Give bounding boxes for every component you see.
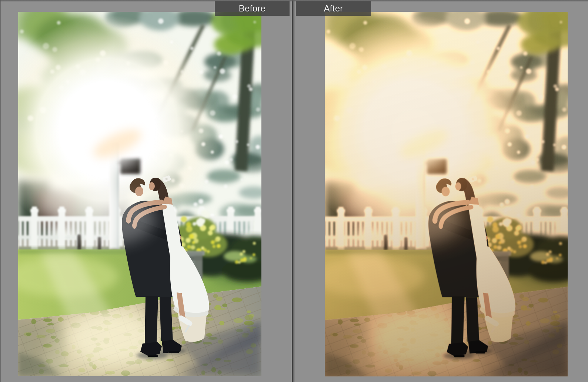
after-photo[interactable] xyxy=(325,12,568,376)
after-label: After xyxy=(324,3,343,14)
compare-view-workspace: Before After xyxy=(0,0,588,382)
pane-divider[interactable] xyxy=(292,0,294,382)
before-photo-image xyxy=(18,12,261,376)
before-label: Before xyxy=(239,3,266,14)
before-photo[interactable] xyxy=(18,12,261,376)
left-edge-shade xyxy=(0,0,1,382)
after-photo-image xyxy=(325,12,568,376)
after-label-bar: After xyxy=(296,1,371,16)
before-label-bar: Before xyxy=(215,1,290,16)
